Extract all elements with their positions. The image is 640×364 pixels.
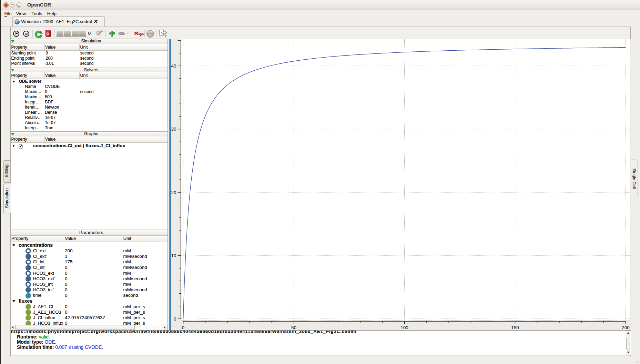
svg-text:30: 30 [171,127,176,132]
svg-text:0: 0 [174,316,176,321]
svg-text:10: 10 [171,253,176,258]
svg-text:40: 40 [171,63,176,69]
svg-text:200: 200 [622,325,630,330]
svg-text:20: 20 [171,190,176,195]
svg-text:0: 0 [182,325,185,330]
svg-text:100: 100 [400,325,408,330]
svg-text:50: 50 [291,325,296,330]
svg-text:150: 150 [511,325,519,330]
